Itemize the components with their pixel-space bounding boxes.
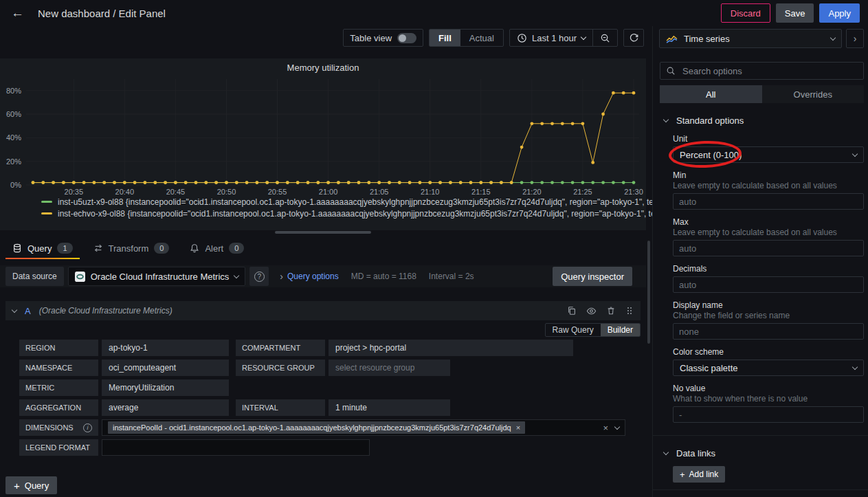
refresh-button[interactable] (623, 29, 644, 47)
compartment-select[interactable]: project > hpc-portal (329, 340, 573, 356)
max-hint: Leave empty to calculate based on all va… (673, 228, 864, 237)
time-series-viz-icon (666, 34, 678, 43)
vertical-scrollbar[interactable] (647, 241, 650, 344)
query-editor: A (Oracle Cloud Infrastructure Metrics) … (5, 301, 641, 456)
color-scheme-value: Classic palette (680, 363, 738, 373)
query-header[interactable]: A (Oracle Cloud Infrastructure Metrics) (5, 301, 641, 320)
svg-text:0%: 0% (10, 181, 21, 189)
oci-logo-icon (75, 272, 85, 282)
panel-title: Memory utilization (0, 58, 646, 74)
legend-label[interactable]: inst-echvo-x9-ol88 {instancepoolid="ocid… (58, 209, 684, 219)
series-color-swatch (41, 201, 52, 203)
metric-select[interactable]: MemoryUtilization (102, 379, 229, 396)
unit-label: Unit (673, 134, 864, 144)
section-divider (653, 435, 868, 436)
max-input[interactable] (673, 240, 864, 256)
namespace-select[interactable]: oci_computeagent (102, 360, 229, 376)
table-view-toggle[interactable] (397, 33, 416, 43)
time-range-picker[interactable]: Last 1 hour (510, 30, 592, 46)
chevron-right-icon[interactable]: › (280, 271, 283, 282)
query-options-toggle[interactable]: Query options (287, 272, 339, 281)
collapse-chevron-icon[interactable] (12, 307, 17, 312)
table-view-control: Table view (343, 29, 423, 47)
tab-all[interactable]: All (660, 85, 762, 103)
svg-text:60%: 60% (6, 110, 21, 118)
svg-text:20:35: 20:35 (65, 188, 84, 196)
no-value-hint: What to show when there is no value (673, 394, 864, 404)
back-arrow-icon[interactable]: ← (8, 5, 27, 21)
svg-text:20:55: 20:55 (268, 188, 287, 196)
legend-label[interactable]: inst-u5uzt-x9-ol88 {instancepoolid="ocid… (58, 197, 684, 207)
collapse-options-button[interactable]: › (846, 29, 864, 48)
discard-button[interactable]: Discard (721, 3, 770, 23)
color-scheme-select[interactable]: Classic palette (673, 360, 864, 376)
plus-icon: + (680, 470, 685, 480)
info-icon[interactable]: i (83, 423, 92, 432)
horizontal-scrollbar[interactable] (275, 231, 371, 234)
tab-alert-label: Alert (205, 243, 223, 254)
legend-format-input[interactable] (102, 439, 370, 456)
delete-query-trash-icon[interactable] (606, 306, 616, 316)
save-button[interactable]: Save (776, 3, 814, 23)
min-input[interactable] (673, 193, 864, 210)
database-icon (12, 243, 22, 253)
actual-option[interactable]: Actual (460, 30, 503, 46)
data-links-header[interactable]: Data links (660, 447, 864, 459)
chevron-down-icon (852, 364, 858, 369)
dimensions-multiselect[interactable]: instancePoolId - ocid1.instancepool.oc1.… (102, 419, 625, 436)
unit-select[interactable]: Percent (0-100) (673, 146, 864, 163)
builder-option[interactable]: Builder (601, 324, 640, 336)
zoom-out-button[interactable] (592, 30, 617, 46)
display-name-input[interactable] (673, 323, 864, 340)
max-label: Max (673, 217, 864, 227)
raw-query-option[interactable]: Raw Query (546, 324, 601, 336)
fill-option[interactable]: Fill (430, 30, 460, 46)
clock-icon (517, 33, 527, 43)
query-inspector-button[interactable]: Query inspector (553, 267, 632, 286)
tab-transform-label: Transform (109, 243, 149, 254)
chevron-down-icon (830, 34, 836, 40)
transform-count-badge: 0 (154, 243, 169, 254)
standard-options-header[interactable]: Standard options (660, 114, 864, 126)
drag-handle-icon[interactable] (625, 306, 634, 316)
options-search-input[interactable] (681, 65, 858, 77)
tab-transform[interactable]: Transform 0 (87, 237, 177, 259)
region-label: REGION (19, 340, 98, 356)
add-link-button[interactable]: + Add link (673, 466, 725, 483)
legend-item[interactable]: inst-u5uzt-x9-ol88 {instancepoolid="ocid… (41, 196, 684, 208)
hide-query-eye-icon[interactable] (586, 306, 597, 316)
data-links-title: Data links (676, 448, 715, 459)
editor-tabs: Query 1 Transform 0 Alert 0 (0, 237, 646, 259)
duplicate-query-icon[interactable] (567, 306, 577, 316)
series-color-swatch (41, 212, 52, 214)
display-name-hint: Change the field or series name (673, 311, 864, 320)
page-title: New dashboard / Edit Panel (38, 8, 166, 19)
aggregation-select[interactable]: average (102, 399, 229, 416)
raw-builder-row: Raw Query Builder (5, 323, 641, 337)
svg-text:80%: 80% (6, 87, 21, 95)
memory-utilization-chart[interactable]: 20:3520:4020:4520:5020:5521:0021:0521:10… (0, 74, 646, 196)
tab-overrides[interactable]: Overrides (762, 85, 865, 103)
legend-item[interactable]: inst-echvo-x9-ol88 {instancepoolid="ocid… (41, 208, 684, 219)
dimensions-label-text: DIMENSIONS (25, 423, 74, 432)
chevron-down-icon[interactable] (614, 423, 620, 429)
region-select[interactable]: ap-tokyo-1 (102, 340, 229, 356)
datasource-picker[interactable]: Oracle Cloud Infrastructure Metrics (68, 267, 246, 286)
decimals-input[interactable] (673, 276, 864, 293)
tab-query[interactable]: Query 1 (5, 237, 80, 259)
fill-actual-segmented: Fill Actual (429, 29, 504, 47)
svg-text:40%: 40% (6, 133, 21, 142)
value-mappings-header[interactable]: Value mappings (660, 494, 864, 497)
no-value-input[interactable] (673, 406, 864, 423)
chevron-down-icon (663, 449, 669, 454)
svg-text:21:10: 21:10 (421, 188, 440, 196)
resource-group-select[interactable]: select resource group (329, 360, 450, 376)
datasource-help-button[interactable]: ? (249, 267, 269, 286)
interval-select[interactable]: 1 minute (329, 399, 450, 416)
visualization-picker[interactable]: Time series (659, 29, 842, 48)
add-query-button[interactable]: + Query (5, 476, 57, 494)
apply-button[interactable]: Apply (819, 3, 860, 23)
tab-alert[interactable]: Alert 0 (183, 237, 251, 259)
clear-dimensions-icon[interactable]: × (603, 423, 608, 433)
remove-dimension-icon[interactable]: × (516, 423, 520, 432)
